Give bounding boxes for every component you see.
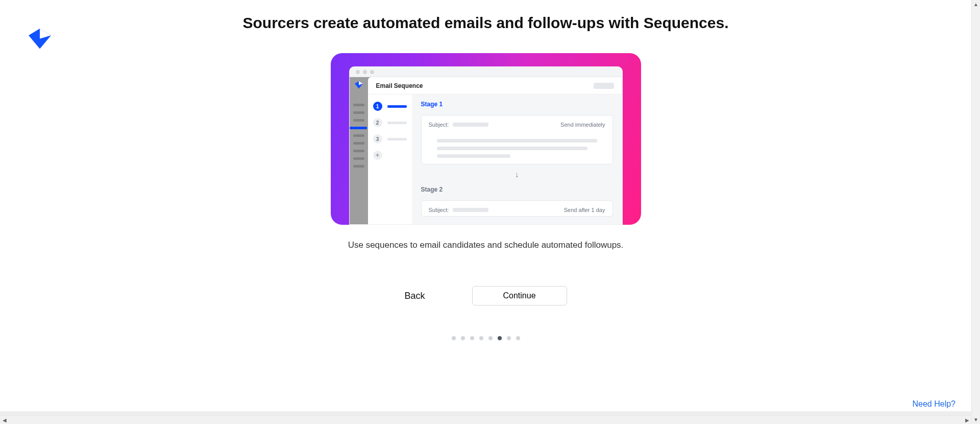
pagination-dot-7[interactable] bbox=[507, 336, 511, 340]
pagination-dot-3[interactable] bbox=[470, 336, 474, 340]
sidebar-nav-placeholder bbox=[353, 142, 364, 145]
email-body-placeholder bbox=[429, 139, 605, 158]
step-number: 3 bbox=[373, 134, 382, 144]
need-help-link[interactable]: Need Help? bbox=[913, 399, 956, 409]
stage-area: Stage 1 Subject: Send immediately bbox=[412, 95, 622, 224]
sequence-step-3: 3 bbox=[373, 134, 407, 144]
sidebar-nav-placeholder bbox=[353, 111, 364, 114]
step-number: 1 bbox=[373, 102, 382, 111]
sidebar-nav-placeholder bbox=[353, 134, 364, 137]
pagination-dots bbox=[452, 336, 520, 340]
continue-button[interactable]: Continue bbox=[472, 286, 567, 305]
button-row: Back Continue bbox=[404, 286, 567, 305]
stage1-title: Stage 1 bbox=[421, 101, 613, 108]
subject-placeholder bbox=[453, 208, 488, 212]
gem-mini-logo-icon bbox=[355, 81, 363, 89]
subject-label: Subject: bbox=[429, 207, 449, 213]
illustration-sidebar bbox=[350, 77, 368, 224]
onboarding-content: Sourcers create automated emails and fol… bbox=[0, 14, 971, 340]
step-bar bbox=[387, 105, 407, 108]
illustration-browser: Email Sequence 1 2 bbox=[349, 66, 623, 225]
stage2-card: Subject: Send after 1 day bbox=[421, 200, 613, 217]
pagination-dot-8[interactable] bbox=[516, 336, 520, 340]
scroll-down-arrow-icon[interactable]: ▼ bbox=[972, 415, 980, 424]
sidebar-nav-placeholder bbox=[353, 119, 364, 122]
illustration-panel: Email Sequence 1 2 bbox=[368, 77, 622, 224]
back-button[interactable]: Back bbox=[404, 291, 425, 301]
pagination-dot-2[interactable] bbox=[461, 336, 465, 340]
step-number: 2 bbox=[373, 118, 382, 127]
caption-text: Use sequences to email candidates and sc… bbox=[348, 240, 624, 250]
stage1-card-header: Subject: Send immediately bbox=[429, 122, 605, 128]
sequence-step-1: 1 bbox=[373, 102, 407, 111]
sidebar-nav-placeholder bbox=[353, 157, 364, 160]
sidebar-nav-placeholder bbox=[353, 165, 364, 168]
subject-label: Subject: bbox=[429, 122, 449, 128]
sequence-step-2: 2 bbox=[373, 118, 407, 127]
window-dot-icon bbox=[356, 70, 360, 74]
stage1-card: Subject: Send immediately bbox=[421, 115, 613, 164]
scroll-up-arrow-icon[interactable]: ▲ bbox=[972, 0, 980, 9]
pagination-dot-1[interactable] bbox=[452, 336, 456, 340]
sequence-add-step: + bbox=[373, 151, 407, 160]
arrow-down-icon: ↓ bbox=[421, 171, 613, 179]
send-note: Send after 1 day bbox=[564, 207, 605, 213]
scroll-right-arrow-icon[interactable]: ▶ bbox=[963, 416, 971, 424]
footer-bar bbox=[0, 411, 971, 415]
browser-chrome bbox=[350, 67, 622, 77]
pagination-dot-6[interactable] bbox=[498, 336, 502, 340]
sidebar-nav-placeholder bbox=[353, 150, 364, 152]
subject-placeholder bbox=[453, 123, 488, 127]
window-dot-icon bbox=[363, 70, 367, 74]
plus-icon: + bbox=[373, 151, 382, 160]
step-bar bbox=[387, 122, 407, 124]
pagination-dot-5[interactable] bbox=[488, 336, 493, 340]
vertical-scrollbar[interactable]: ▲ ▼ bbox=[971, 0, 980, 424]
sidebar-nav-placeholder bbox=[353, 104, 364, 106]
panel-body: 1 2 3 + bbox=[368, 95, 622, 224]
panel-header-placeholder bbox=[594, 83, 614, 89]
window-dot-icon bbox=[370, 70, 374, 74]
step-bar bbox=[387, 138, 407, 140]
stage2-card-header: Subject: Send after 1 day bbox=[429, 207, 605, 213]
illustration-card: Email Sequence 1 2 bbox=[331, 53, 641, 225]
stage2-title: Stage 2 bbox=[421, 186, 613, 193]
sequence-step-list: 1 2 3 + bbox=[368, 95, 412, 224]
send-note: Send immediately bbox=[560, 122, 605, 128]
illustration-app: Email Sequence 1 2 bbox=[350, 77, 622, 224]
panel-header: Email Sequence bbox=[368, 77, 622, 95]
sidebar-nav-placeholder-active bbox=[350, 127, 367, 129]
page-heading: Sourcers create automated emails and fol… bbox=[243, 14, 729, 32]
pagination-dot-4[interactable] bbox=[479, 336, 483, 340]
scroll-left-arrow-icon[interactable]: ◀ bbox=[0, 416, 9, 424]
horizontal-scrollbar[interactable]: ◀ ▶ bbox=[0, 415, 971, 424]
panel-title: Email Sequence bbox=[376, 82, 423, 89]
